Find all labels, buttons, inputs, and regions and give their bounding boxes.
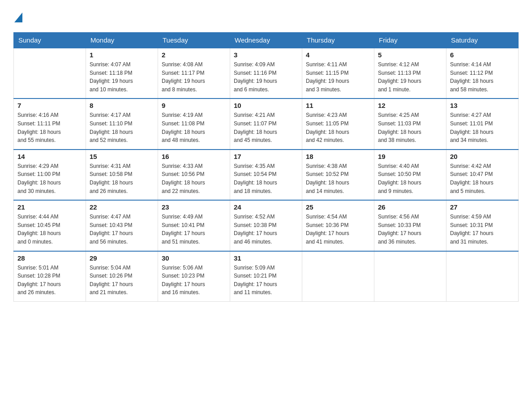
day-info: Sunrise: 5:04 AM Sunset: 10:26 PM Daylig… [90,264,154,297]
calendar-cell: 5Sunrise: 4:12 AM Sunset: 11:13 PM Dayli… [374,48,446,98]
weekday-header-row: SundayMondayTuesdayWednesdayThursdayFrid… [14,33,519,48]
calendar-cell: 11Sunrise: 4:23 AM Sunset: 11:05 PM Dayl… [302,98,374,149]
day-number: 12 [378,102,442,109]
day-number: 3 [234,51,298,59]
day-info: Sunrise: 4:09 AM Sunset: 11:16 PM Daylig… [234,60,298,94]
calendar-week-row: 14Sunrise: 4:29 AM Sunset: 11:00 PM Dayl… [14,150,519,200]
calendar-cell: 30Sunrise: 5:06 AM Sunset: 10:23 PM Dayl… [158,251,230,302]
svg-marker-0 [14,13,22,22]
day-info: Sunrise: 4:54 AM Sunset: 10:36 PM Daylig… [306,213,370,246]
calendar-cell: 23Sunrise: 4:49 AM Sunset: 10:41 PM Dayl… [158,200,230,251]
calendar-cell [374,251,446,302]
calendar-cell: 9Sunrise: 4:19 AM Sunset: 11:08 PM Dayli… [158,98,230,149]
weekday-header-sunday: Sunday [14,33,86,48]
calendar-cell: 4Sunrise: 4:11 AM Sunset: 11:15 PM Dayli… [302,48,374,98]
calendar-cell: 8Sunrise: 4:17 AM Sunset: 11:10 PM Dayli… [86,98,158,149]
weekday-header-monday: Monday [86,33,158,48]
day-number: 24 [234,203,298,211]
calendar-cell: 1Sunrise: 4:07 AM Sunset: 11:18 PM Dayli… [86,48,158,98]
day-number: 30 [162,254,226,262]
calendar-cell: 20Sunrise: 4:42 AM Sunset: 10:47 PM Dayl… [446,150,519,200]
day-number: 5 [378,51,442,59]
calendar-cell: 24Sunrise: 4:52 AM Sunset: 10:38 PM Dayl… [230,200,302,251]
calendar-cell: 10Sunrise: 4:21 AM Sunset: 11:07 PM Dayl… [230,98,302,149]
calendar-cell: 2Sunrise: 4:08 AM Sunset: 11:17 PM Dayli… [158,48,230,98]
logo [13,13,22,24]
day-info: Sunrise: 5:09 AM Sunset: 10:21 PM Daylig… [234,264,298,297]
weekday-header-tuesday: Tuesday [158,33,230,48]
day-info: Sunrise: 4:33 AM Sunset: 10:56 PM Daylig… [162,162,226,195]
day-info: Sunrise: 4:14 AM Sunset: 11:12 PM Daylig… [450,60,515,94]
calendar-cell: 21Sunrise: 4:44 AM Sunset: 10:45 PM Dayl… [14,200,86,251]
day-info: Sunrise: 4:31 AM Sunset: 10:58 PM Daylig… [90,162,154,195]
day-number: 10 [234,102,298,109]
day-info: Sunrise: 5:06 AM Sunset: 10:23 PM Daylig… [162,264,226,297]
day-info: Sunrise: 4:07 AM Sunset: 11:18 PM Daylig… [90,60,154,94]
day-info: Sunrise: 4:40 AM Sunset: 10:50 PM Daylig… [378,162,442,195]
day-info: Sunrise: 4:12 AM Sunset: 11:13 PM Daylig… [378,60,442,94]
calendar-week-row: 21Sunrise: 4:44 AM Sunset: 10:45 PM Dayl… [14,200,519,251]
calendar-cell: 28Sunrise: 5:01 AM Sunset: 10:28 PM Dayl… [14,251,86,302]
day-info: Sunrise: 4:29 AM Sunset: 11:00 PM Daylig… [17,162,82,195]
day-info: Sunrise: 4:38 AM Sunset: 10:52 PM Daylig… [306,162,370,195]
day-number: 22 [90,203,154,211]
calendar-cell: 12Sunrise: 4:25 AM Sunset: 11:03 PM Dayl… [374,98,446,149]
calendar-cell: 3Sunrise: 4:09 AM Sunset: 11:16 PM Dayli… [230,48,302,98]
calendar-cell: 27Sunrise: 4:59 AM Sunset: 10:31 PM Dayl… [446,200,519,251]
day-info: Sunrise: 4:21 AM Sunset: 11:07 PM Daylig… [234,111,298,144]
day-number: 17 [234,153,298,160]
calendar-week-row: 7Sunrise: 4:16 AM Sunset: 11:11 PM Dayli… [14,98,519,149]
calendar-cell: 19Sunrise: 4:40 AM Sunset: 10:50 PM Dayl… [374,150,446,200]
day-info: Sunrise: 4:25 AM Sunset: 11:03 PM Daylig… [378,111,442,144]
day-info: Sunrise: 4:23 AM Sunset: 11:05 PM Daylig… [306,111,370,144]
day-number: 11 [306,102,370,109]
logo-triangle-icon [14,13,22,24]
calendar-week-row: 1Sunrise: 4:07 AM Sunset: 11:18 PM Dayli… [14,48,519,98]
calendar-cell: 16Sunrise: 4:33 AM Sunset: 10:56 PM Dayl… [158,150,230,200]
calendar-cell: 13Sunrise: 4:27 AM Sunset: 11:01 PM Dayl… [446,98,519,149]
calendar-cell: 29Sunrise: 5:04 AM Sunset: 10:26 PM Dayl… [86,251,158,302]
day-number: 26 [378,203,442,211]
day-number: 18 [306,153,370,160]
day-info: Sunrise: 4:08 AM Sunset: 11:17 PM Daylig… [162,60,226,94]
calendar-cell: 7Sunrise: 4:16 AM Sunset: 11:11 PM Dayli… [14,98,86,149]
calendar-cell: 31Sunrise: 5:09 AM Sunset: 10:21 PM Dayl… [230,251,302,302]
day-number: 13 [450,102,515,109]
day-info: Sunrise: 4:17 AM Sunset: 11:10 PM Daylig… [90,111,154,144]
day-info: Sunrise: 4:19 AM Sunset: 11:08 PM Daylig… [162,111,226,144]
day-number: 15 [90,153,154,160]
day-info: Sunrise: 4:11 AM Sunset: 11:15 PM Daylig… [306,60,370,94]
day-number: 4 [306,51,370,59]
calendar-cell: 14Sunrise: 4:29 AM Sunset: 11:00 PM Dayl… [14,150,86,200]
day-number: 21 [17,203,82,211]
calendar-cell: 18Sunrise: 4:38 AM Sunset: 10:52 PM Dayl… [302,150,374,200]
day-number: 14 [17,153,82,160]
weekday-header-saturday: Saturday [446,33,519,48]
day-info: Sunrise: 4:35 AM Sunset: 10:54 PM Daylig… [234,162,298,195]
calendar-cell: 15Sunrise: 4:31 AM Sunset: 10:58 PM Dayl… [86,150,158,200]
day-number: 25 [306,203,370,211]
calendar-cell [446,251,519,302]
day-number: 7 [17,102,82,109]
page-header [13,9,519,24]
day-number: 19 [378,153,442,160]
calendar-cell: 25Sunrise: 4:54 AM Sunset: 10:36 PM Dayl… [302,200,374,251]
weekday-header-thursday: Thursday [302,33,374,48]
calendar-cell: 6Sunrise: 4:14 AM Sunset: 11:12 PM Dayli… [446,48,519,98]
weekday-header-friday: Friday [374,33,446,48]
day-number: 16 [162,153,226,160]
day-number: 28 [17,254,82,262]
calendar-cell [302,251,374,302]
calendar-cell [14,48,86,98]
calendar-cell: 22Sunrise: 4:47 AM Sunset: 10:43 PM Dayl… [86,200,158,251]
day-info: Sunrise: 4:47 AM Sunset: 10:43 PM Daylig… [90,213,154,246]
day-info: Sunrise: 4:52 AM Sunset: 10:38 PM Daylig… [234,213,298,246]
day-number: 1 [90,51,154,59]
day-info: Sunrise: 4:44 AM Sunset: 10:45 PM Daylig… [17,213,82,246]
calendar-table: SundayMondayTuesdayWednesdayThursdayFrid… [13,32,519,302]
day-number: 23 [162,203,226,211]
day-number: 8 [90,102,154,109]
day-info: Sunrise: 4:16 AM Sunset: 11:11 PM Daylig… [17,111,82,144]
day-info: Sunrise: 4:59 AM Sunset: 10:31 PM Daylig… [450,213,515,246]
day-number: 6 [450,51,515,59]
